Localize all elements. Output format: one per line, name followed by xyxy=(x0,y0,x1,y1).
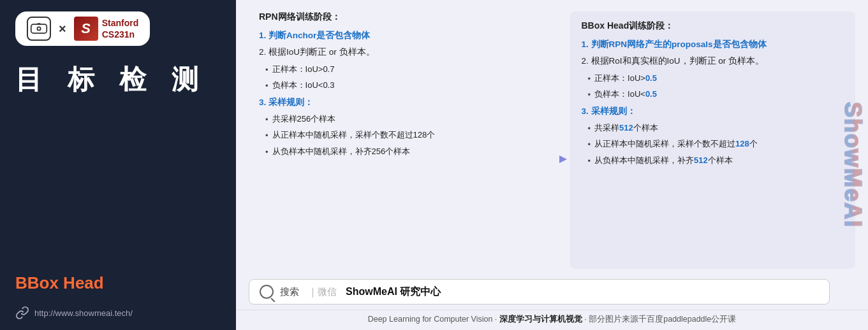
stanford-s-logo: S xyxy=(74,17,98,41)
bullet-dot: • xyxy=(588,122,591,135)
right-item2: 2. 根据RoI和真实框的IoU，判断正 or 负样本。 xyxy=(582,55,844,68)
bullet-dot: • xyxy=(588,138,591,151)
bullet-dot: • xyxy=(588,89,591,101)
left-bullet1-text: 正样本：IoU>0.7 xyxy=(272,63,335,76)
left-sub1: • 共采样256个样本 xyxy=(259,113,522,126)
footer-link[interactable]: http://www.showmeai.tech/ xyxy=(15,306,221,320)
footer-text-normal: Deep Learning for Computer Vision · xyxy=(368,315,499,324)
content-body: RPN网络训练阶段： 1. 判断Anchor是否包含物体 2. 根据IoU判断正… xyxy=(236,0,868,275)
x-separator: × xyxy=(59,22,66,36)
search-label: 搜索 xyxy=(280,286,299,298)
right-bullet1-value: 0.5 xyxy=(645,73,657,83)
right-column: BBox Head训练阶段： 1. 判断RPN网络产生的proposals是否包… xyxy=(570,11,856,269)
left-column: RPN网络训练阶段： 1. 判断Anchor是否包含物体 2. 根据IoU判断正… xyxy=(249,11,532,269)
right-section-title: BBox Head训练阶段： xyxy=(582,20,844,32)
right-item1: 1. 判断RPN网络产生的proposals是否包含物体 xyxy=(582,38,844,51)
right-sub1-value: 512 xyxy=(619,123,633,133)
footer-url: http://www.showmeai.tech/ xyxy=(34,308,133,318)
right-bullet1: • 正样本：IoU>0.5 xyxy=(582,72,844,85)
left-sub3: • 从负样本中随机采样，补齐256个样本 xyxy=(259,145,522,159)
right-sub3: • 从负样本中随机采样，补齐512个样本 xyxy=(582,154,844,168)
left-sub1-text: 共采样256个样本 xyxy=(272,113,336,126)
bullet-dot: • xyxy=(265,146,268,159)
search-divider: ｜微信 xyxy=(308,286,337,298)
right-sub1: • 共采样512个样本 xyxy=(582,122,844,135)
left-sub2: • 从正样本中随机采样，采样个数不超过128个 xyxy=(259,129,522,142)
svg-marker-5 xyxy=(559,155,567,163)
bullet-dot: • xyxy=(265,113,268,126)
left-sub2-text: 从正样本中随机采样，采样个数不超过128个 xyxy=(272,129,436,141)
svg-rect-3 xyxy=(37,23,40,25)
right-bullet2: • 负样本：IoU<0.5 xyxy=(582,88,844,101)
bullet-dot: • xyxy=(588,155,591,168)
left-item3-text: 3. 采样规则： xyxy=(259,97,313,107)
showmeai-icon xyxy=(27,17,51,41)
svg-point-2 xyxy=(38,27,40,30)
left-bullet1: • 正样本：IoU>0.7 xyxy=(259,63,522,76)
main-footer: Deep Learning for Computer Vision · 深度学习… xyxy=(236,310,868,330)
footer-text-normal2: · 部分图片来源千百度paddlepaddle公开课 xyxy=(582,315,737,324)
logo-area: × S Stanford CS231n xyxy=(15,11,150,46)
right-sub3-value: 512 xyxy=(694,155,708,165)
search-bar[interactable]: 搜索 ｜微信 ShowMeAI 研究中心 xyxy=(249,279,830,305)
sidebar: × S Stanford CS231n 目 标 检 测 BBox Head ht… xyxy=(0,0,236,330)
search-icon xyxy=(260,285,274,299)
right-bullet1-text: 正样本：IoU>0.5 xyxy=(594,72,657,85)
bullet-dot: • xyxy=(588,73,591,85)
left-bullet2-text: 负样本：IoU<0.3 xyxy=(272,79,335,92)
bbox-head-title: BBox Head xyxy=(15,273,221,293)
left-sub3-text: 从负样本中随机采样，补齐256个样本 xyxy=(272,145,411,158)
bullet-dot: • xyxy=(265,129,268,142)
stanford-logo: S Stanford CS231n xyxy=(74,17,139,41)
footer-text-bold: 深度学习与计算机视觉 xyxy=(499,315,582,324)
right-item3-text: 3. 采样规则： xyxy=(582,106,636,116)
left-item1: 1. 判断Anchor是否包含物体 xyxy=(259,29,522,42)
search-brand: ShowMeAI 研究中心 xyxy=(346,285,441,299)
main-content: RPN网络训练阶段： 1. 判断Anchor是否包含物体 2. 根据IoU判断正… xyxy=(236,0,868,330)
left-section-title: RPN网络训练阶段： xyxy=(259,11,522,23)
right-bullet2-value: 0.5 xyxy=(645,89,657,99)
right-item3: 3. 采样规则： xyxy=(582,105,844,118)
left-bullet2: • 负样本：IoU<0.3 xyxy=(259,79,522,92)
left-item3: 3. 采样规则： xyxy=(259,96,522,109)
left-item2: 2. 根据IoU判断正 or 负样本。 xyxy=(259,46,522,59)
right-arrow-icon xyxy=(535,153,567,166)
bullet-dot: • xyxy=(265,64,268,76)
right-bullet2-text: 负样本：IoU<0.5 xyxy=(594,88,657,101)
link-icon xyxy=(15,306,29,320)
stanford-course: CS231n xyxy=(102,29,139,40)
stanford-name: Stanford xyxy=(102,17,139,29)
right-sub2-text: 从正样本中随机采样，采样个数不超过128个 xyxy=(594,138,758,150)
bullet-dot: • xyxy=(265,80,268,92)
right-item1-text: 1. 判断RPN网络产生的proposals是否包含物体 xyxy=(582,39,767,49)
right-sub3-text: 从负样本中随机采样，补齐512个样本 xyxy=(594,154,733,167)
right-sub1-text: 共采样512个样本 xyxy=(594,122,658,134)
right-sub2: • 从正样本中随机采样，采样个数不超过128个 xyxy=(582,138,844,151)
arrow-area xyxy=(532,11,570,269)
main-title: 目 标 检 测 xyxy=(15,64,221,96)
left-item1-text: 1. 判断Anchor是否包含物体 xyxy=(259,31,370,40)
right-sub2-value: 128 xyxy=(735,139,749,148)
